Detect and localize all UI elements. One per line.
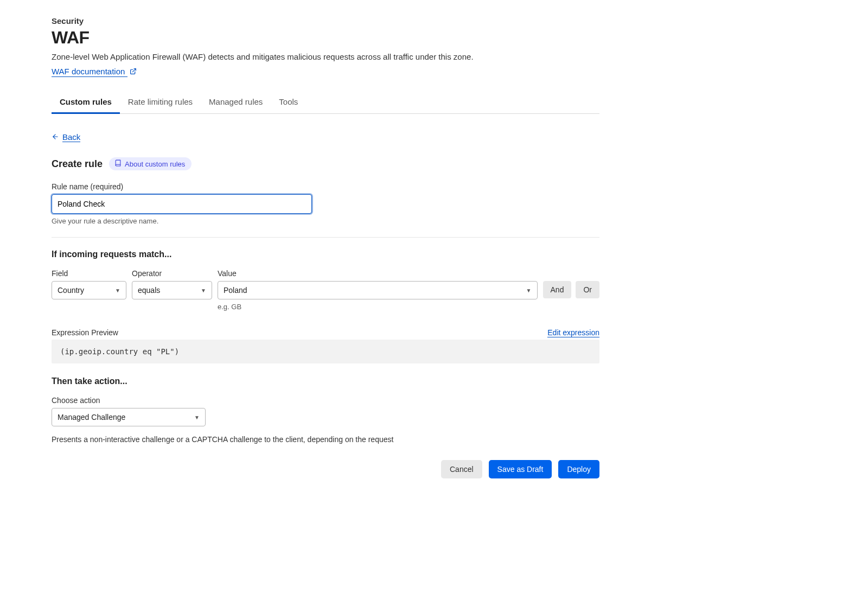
save-as-draft-button[interactable]: Save as Draft [489,460,552,478]
or-button[interactable]: Or [576,281,599,298]
action-description: Presents a non-interactive challenge or … [52,435,599,444]
back-label: Back [62,132,80,142]
action-select-value: Managed Challenge [58,413,125,421]
page-description: Zone-level Web Application Firewall (WAF… [52,52,599,61]
rule-name-helper: Give your rule a descriptive name. [52,217,599,225]
field-select-value: Country [58,286,84,295]
value-hint: e.g. GB [218,303,538,311]
operator-column-label: Operator [132,269,212,278]
operator-select[interactable]: equals ▼ [132,281,212,299]
operator-select-value: equals [138,286,160,295]
and-button[interactable]: And [543,281,572,298]
chevron-down-icon: ▼ [526,288,532,293]
action-section-title: Then take action... [52,376,599,386]
back-link[interactable]: Back [52,132,80,142]
waf-documentation-label: WAF documentation [52,67,125,76]
tab-rate-limiting-rules[interactable]: Rate limiting rules [120,92,201,114]
tabs: Custom rules Rate limiting rules Managed… [52,92,599,114]
svg-line-0 [132,69,136,72]
chevron-down-icon: ▼ [201,288,206,293]
rule-name-label: Rule name (required) [52,182,599,191]
choose-action-label: Choose action [52,396,599,405]
tab-tools[interactable]: Tools [271,92,306,114]
waf-documentation-link[interactable]: WAF documentation [52,67,127,77]
chevron-down-icon: ▼ [194,414,200,420]
divider [52,237,599,238]
match-section-title: If incoming requests match... [52,250,599,259]
rule-name-input[interactable] [52,194,312,214]
create-rule-title: Create rule [52,158,103,170]
about-custom-rules-badge[interactable]: About custom rules [109,157,192,170]
tab-managed-rules[interactable]: Managed rules [201,92,271,114]
arrow-left-icon [52,133,59,142]
cancel-button[interactable]: Cancel [441,460,482,478]
value-select-value: Poland [224,286,247,295]
chevron-down-icon: ▼ [115,288,120,293]
field-select[interactable]: Country ▼ [52,281,126,299]
expression-preview-code: (ip.geoip.country eq "PL") [52,340,599,363]
external-link-icon [130,68,137,76]
deploy-button[interactable]: Deploy [558,460,599,478]
breadcrumb: Security [52,16,599,25]
expression-preview-label: Expression Preview [52,328,118,337]
field-column-label: Field [52,269,126,278]
book-icon [114,159,122,168]
page-title: WAF [52,28,599,48]
edit-expression-link[interactable]: Edit expression [547,328,599,337]
about-custom-rules-label: About custom rules [125,160,185,168]
action-select[interactable]: Managed Challenge ▼ [52,408,206,426]
value-column-label: Value [218,269,538,278]
tab-custom-rules[interactable]: Custom rules [52,92,120,114]
value-select[interactable]: Poland ▼ [218,281,538,299]
